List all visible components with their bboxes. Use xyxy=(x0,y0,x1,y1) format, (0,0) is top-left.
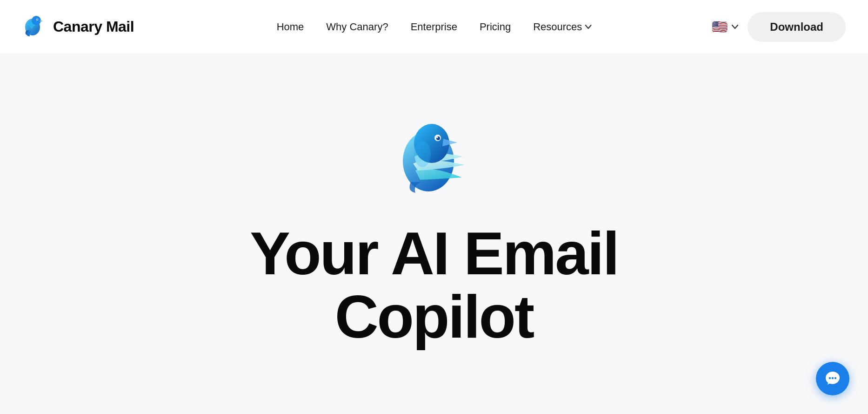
chat-icon xyxy=(825,371,841,387)
nav-link-why-canary[interactable]: Why Canary? xyxy=(326,21,388,33)
nav-link-resources[interactable]: Resources xyxy=(533,21,582,33)
nav-right: 🇺🇸 Download xyxy=(711,12,846,42)
brand-name: Canary Mail xyxy=(53,18,134,35)
nav-item-pricing[interactable]: Pricing xyxy=(480,21,511,33)
svg-point-10 xyxy=(829,377,831,379)
nav-links: Home Why Canary? Enterprise Pricing Reso… xyxy=(277,21,592,33)
chat-support-button[interactable] xyxy=(816,362,849,395)
hero-section: Your AI Email Copilot xyxy=(0,54,868,414)
hero-headline-line2: Copilot xyxy=(335,283,534,351)
brand-logo[interactable]: Canary Mail xyxy=(22,14,134,40)
nav-item-home[interactable]: Home xyxy=(277,21,304,33)
hero-headline-line1: Your AI Email xyxy=(250,219,618,287)
brand-logo-icon xyxy=(22,14,47,40)
nav-link-enterprise[interactable]: Enterprise xyxy=(411,21,457,33)
flag-icon: 🇺🇸 xyxy=(711,19,728,35)
nav-link-pricing[interactable]: Pricing xyxy=(480,21,511,33)
svg-point-3 xyxy=(37,19,38,20)
navbar: Canary Mail Home Why Canary? Enterprise … xyxy=(0,0,868,54)
svg-point-11 xyxy=(832,377,834,379)
nav-item-why-canary[interactable]: Why Canary? xyxy=(326,21,388,33)
svg-point-8 xyxy=(437,136,438,138)
language-selector[interactable]: 🇺🇸 xyxy=(711,19,738,35)
svg-point-9 xyxy=(414,141,431,167)
svg-point-1 xyxy=(32,16,41,25)
nav-item-enterprise[interactable]: Enterprise xyxy=(411,21,457,33)
hero-headline: Your AI Email Copilot xyxy=(250,222,618,349)
chevron-down-icon xyxy=(585,25,591,29)
hero-logo-illustration xyxy=(387,110,481,203)
download-button[interactable]: Download xyxy=(748,12,846,42)
lang-chevron-down-icon xyxy=(732,25,738,29)
svg-point-12 xyxy=(835,377,836,379)
nav-link-home[interactable]: Home xyxy=(277,21,304,33)
nav-item-resources[interactable]: Resources xyxy=(533,21,591,33)
